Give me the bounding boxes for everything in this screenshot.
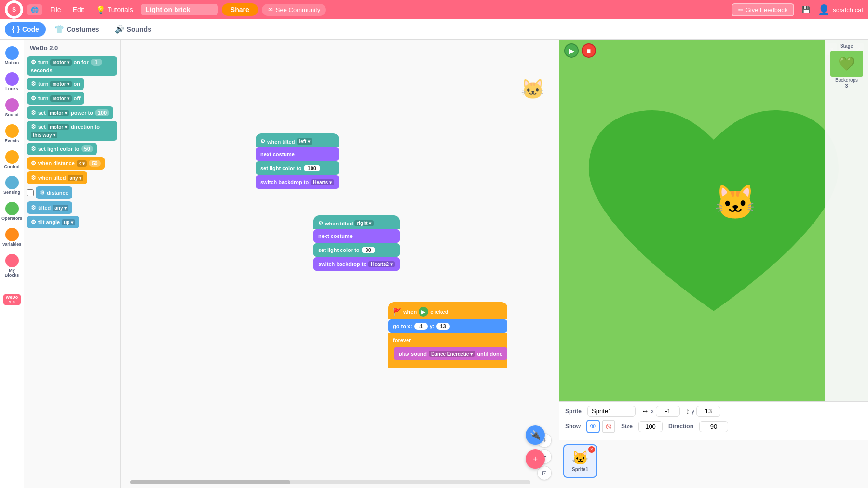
- sprite-info-row-2: Show 👁 🚫 Size Direction: [565, 420, 862, 433]
- distance-checkbox-row: ⚙ distance: [27, 186, 117, 199]
- block-tilt-angle[interactable]: ⚙ tilt angle up ▾: [27, 216, 79, 228]
- tab-sounds[interactable]: 🔊 Sounds: [108, 22, 158, 37]
- y-input[interactable]: [696, 406, 720, 417]
- block-when-tilted[interactable]: ⚙ when tilted any ▾: [27, 171, 87, 184]
- tilt-icon2: ⚙: [31, 204, 36, 211]
- sidebar-item-sensing[interactable]: Sensing: [1, 173, 23, 198]
- block-next-costume-1[interactable]: next costume: [256, 147, 339, 161]
- block-set-light-color[interactable]: ⚙ set light color to 50: [27, 143, 97, 155]
- community-icon: 👁: [268, 6, 274, 13]
- motor-icon2: ⚙: [31, 80, 36, 87]
- block-group-tilted-right: ⚙ when tilted right ▾ next costume set l…: [313, 215, 400, 271]
- globe-button[interactable]: 🌐: [27, 4, 42, 15]
- stage-area: 🐱 ▶ ■ ⊡ ⊞ ⤢ Stage 💚 Backdrops 3: [559, 40, 868, 401]
- feedback-button[interactable]: ✏ Give Feedback: [732, 3, 794, 16]
- show-buttons: 👁 🚫: [586, 420, 615, 433]
- block-set-light-color-30[interactable]: set light color to 30: [313, 243, 400, 257]
- block-go-to-xy[interactable]: go to x: -1 y: 13: [388, 319, 507, 333]
- sprite-delete-button[interactable]: ✕: [588, 446, 595, 453]
- show-label: Show: [565, 423, 581, 430]
- sidebar-item-control[interactable]: Control: [1, 147, 23, 172]
- project-name-input[interactable]: [141, 4, 218, 15]
- size-input[interactable]: [638, 421, 663, 432]
- canvas-area[interactable]: 🐱 ⚙ when tilted left ▾ next costume set …: [121, 40, 559, 488]
- block-set-light-color-100[interactable]: set light color to 100: [256, 161, 339, 175]
- sidebar-item-events[interactable]: Events: [1, 121, 23, 146]
- account-icon: 👤: [818, 4, 830, 15]
- add-extension-button[interactable]: 🔌: [526, 425, 545, 445]
- block-turn-motor-on-for[interactable]: ⚙ turn motor ▾ on for 1 seconds: [27, 56, 117, 76]
- myblocks-dot: [5, 254, 19, 267]
- account-menu[interactable]: 👤 scratch.cat: [818, 4, 863, 15]
- x-input[interactable]: [656, 406, 680, 417]
- x-coord-group: ↔ x: [641, 406, 680, 417]
- sidebar-item-operators[interactable]: Operators: [1, 199, 23, 224]
- save-button[interactable]: 💾: [798, 4, 814, 15]
- show-visible-button[interactable]: 👁: [586, 420, 600, 433]
- block-when-distance[interactable]: ⚙ when distance < ▾ 50: [27, 157, 105, 170]
- heart-svg: [559, 40, 868, 401]
- block-set-motor-direction[interactable]: ⚙ set motor ▾ direction to this way ▾: [27, 121, 117, 141]
- x-arrow-icon: ↔: [641, 407, 649, 416]
- control-dot: [5, 150, 19, 164]
- mini-heart-icon: 💚: [838, 56, 855, 72]
- sidebar-item-looks[interactable]: Looks: [1, 69, 23, 94]
- block-distance[interactable]: ⚙ distance: [36, 186, 72, 199]
- sprite-name-input[interactable]: [587, 406, 636, 417]
- stage-mini-thumbnail[interactable]: 💚: [830, 51, 863, 77]
- sidebar-item-myblocks[interactable]: My Blocks: [1, 251, 23, 281]
- size-label: Size: [621, 423, 633, 430]
- tutorials-button[interactable]: 💡 Tutorials: [92, 3, 137, 16]
- hat-when-tilted-left[interactable]: ⚙ when tilted left ▾: [256, 133, 339, 147]
- motor-icon: ⚙: [31, 59, 36, 66]
- block-switch-backdrop-hearts2[interactable]: switch backdrop to Hearts2 ▾: [313, 257, 400, 271]
- sidebar-item-sound[interactable]: Sound: [1, 95, 23, 120]
- variables-dot: [5, 228, 19, 241]
- forever-label: forever: [388, 333, 507, 347]
- share-button[interactable]: Share: [222, 3, 258, 16]
- forever-body: play sound Dance Energetic ▾ until done: [388, 347, 507, 363]
- block-tilted[interactable]: ⚙ tilted any ▾: [27, 201, 72, 214]
- block-forever[interactable]: forever play sound Dance Energetic ▾ unt…: [388, 333, 507, 368]
- block-turn-motor-on[interactable]: ⚙ turn motor ▾ on: [27, 78, 84, 90]
- red-stop-button[interactable]: ■: [582, 43, 596, 58]
- block-switch-backdrop-hearts[interactable]: switch backdrop to Hearts ▾: [256, 175, 339, 189]
- tab-code[interactable]: { } Code: [5, 22, 46, 37]
- block-next-costume-2[interactable]: next costume: [313, 229, 400, 243]
- canvas-scrollbar-thumb[interactable]: [130, 480, 290, 484]
- wedo-title: WeDo 2.0: [27, 42, 117, 55]
- block-turn-motor-off[interactable]: ⚙ turn motor ▾ off: [27, 92, 84, 105]
- block-set-motor-power[interactable]: ⚙ set motor ▾ power to 100: [27, 106, 113, 119]
- y-coord-group: ↕ y: [686, 406, 720, 417]
- sidebar-item-wedo[interactable]: WeDo 2.0: [1, 289, 23, 308]
- editor-toolbar: { } Code 👕 Costumes 🔊 Sounds: [0, 19, 868, 40]
- edit-menu[interactable]: Edit: [69, 4, 88, 15]
- distance-checkbox[interactable]: [27, 189, 34, 196]
- sidebar-item-variables[interactable]: Variables: [1, 225, 23, 250]
- tilt-icon: ⚙: [31, 174, 36, 181]
- x-label: x: [651, 408, 654, 415]
- main-layout: Motion Looks Sound Events Control Sensin…: [0, 40, 868, 488]
- canvas-scrollbar[interactable]: [130, 480, 530, 484]
- block-play-sound[interactable]: play sound Dance Energetic ▾ until done: [394, 347, 507, 360]
- hat-when-tilted-right[interactable]: ⚙ when tilted right ▾: [313, 215, 400, 229]
- scratch-logo[interactable]: S: [5, 0, 23, 19]
- operators-dot: [5, 202, 19, 215]
- tab-costumes[interactable]: 👕 Costumes: [48, 22, 106, 37]
- community-button[interactable]: 👁 See Community: [262, 4, 326, 16]
- backdrops-count: 3: [845, 83, 848, 89]
- sprite-cat-icon: 🐱: [572, 450, 589, 466]
- file-menu[interactable]: File: [46, 4, 65, 15]
- sidebar-item-motion[interactable]: Motion: [1, 43, 23, 68]
- add-sprite-button[interactable]: +: [526, 449, 545, 469]
- sprite-thumb-sprite1[interactable]: ✕ 🐱 Sprite1: [563, 444, 597, 478]
- direction-input[interactable]: [699, 421, 728, 432]
- svg-text:S: S: [12, 6, 16, 13]
- show-hidden-button[interactable]: 🚫: [602, 420, 615, 433]
- green-flag-button[interactable]: ▶: [564, 43, 579, 58]
- motor-icon4: ⚙: [31, 109, 36, 116]
- stage-controls: ▶ ■: [564, 43, 596, 58]
- right-action-buttons: 🔌 +: [526, 425, 545, 469]
- hat-when-clicked[interactable]: 🚩 when ▶ clicked: [388, 302, 507, 319]
- right-panel: 🐱 ▶ ■ ⊡ ⊞ ⤢ Stage 💚 Backdrops 3: [559, 40, 868, 488]
